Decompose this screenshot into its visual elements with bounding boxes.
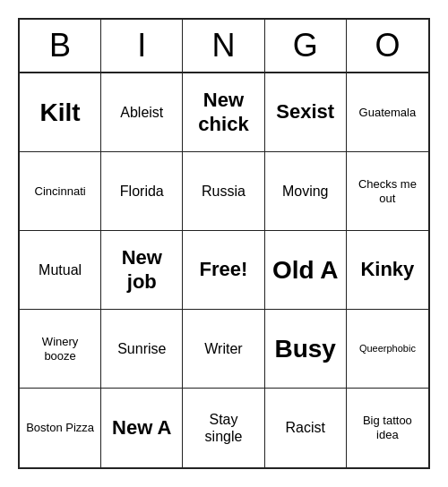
header-letter-g: G	[265, 20, 347, 72]
bingo-cell-19: Queerphobic	[347, 310, 428, 389]
bingo-cell-11: New job	[101, 231, 183, 310]
bingo-cell-20: Boston Pizza	[20, 389, 101, 467]
bingo-cell-2: New chick	[183, 73, 264, 152]
bingo-cell-6: Florida	[101, 152, 183, 231]
bingo-cell-8: Moving	[265, 152, 347, 231]
bingo-cell-9: Checks me out	[347, 152, 428, 231]
header-letter-i: I	[101, 20, 183, 72]
bingo-cell-4: Guatemala	[347, 73, 428, 152]
header-letter-o: O	[347, 20, 428, 72]
bingo-cell-24: Big tattoo idea	[347, 389, 428, 467]
bingo-cell-22: Stay single	[183, 389, 264, 467]
bingo-card: BINGO KiltAbleistNew chickSexistGuatemal…	[18, 18, 430, 469]
bingo-cell-1: Ableist	[101, 73, 183, 152]
bingo-cell-16: Sunrise	[101, 310, 183, 389]
bingo-grid: KiltAbleistNew chickSexistGuatemalaCinci…	[20, 73, 428, 467]
bingo-cell-15: Winery booze	[20, 310, 101, 389]
bingo-cell-7: Russia	[183, 152, 264, 231]
bingo-cell-3: Sexist	[265, 73, 347, 152]
header-letter-n: N	[183, 20, 264, 72]
bingo-cell-10: Mutual	[20, 231, 101, 310]
bingo-cell-12: Free!	[183, 231, 264, 310]
bingo-cell-14: Kinky	[347, 231, 428, 310]
header-letter-b: B	[20, 20, 101, 72]
bingo-cell-5: Cincinnati	[20, 152, 101, 231]
bingo-cell-17: Writer	[183, 310, 264, 389]
bingo-cell-0: Kilt	[20, 73, 101, 152]
bingo-cell-18: Busy	[265, 310, 347, 389]
bingo-cell-21: New A	[101, 389, 183, 467]
bingo-header: BINGO	[20, 20, 428, 73]
bingo-cell-13: Old A	[265, 231, 347, 310]
bingo-cell-23: Racist	[265, 389, 347, 467]
